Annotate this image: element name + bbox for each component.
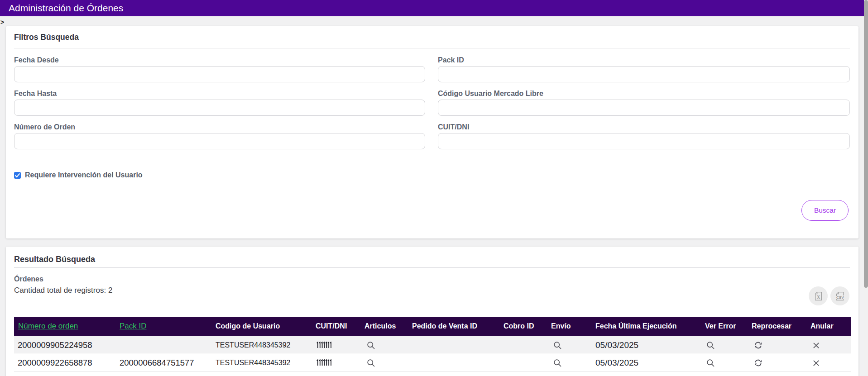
svg-text:X: X bbox=[817, 295, 820, 300]
svg-text:CSV: CSV bbox=[836, 295, 844, 300]
